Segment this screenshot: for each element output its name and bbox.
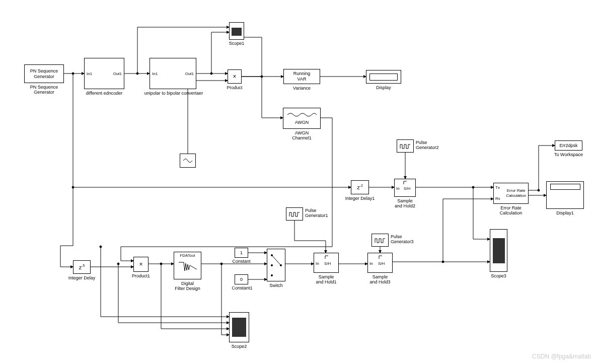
svg-point-10 (100, 246, 102, 248)
pn-sequence-generator-block[interactable]: PN Sequence Generator (24, 64, 64, 83)
display1-block[interactable] (546, 181, 584, 209)
pn-seq-label: PN Sequence Generator (24, 85, 64, 95)
sine-source-block[interactable] (180, 154, 196, 168)
svg-point-9 (220, 263, 222, 265)
z-symbol: z-2 (357, 184, 363, 191)
sh-sh: S/H (324, 261, 331, 266)
product1-block[interactable]: × (133, 257, 148, 272)
const2-val: 0 (240, 277, 243, 282)
tx-port: Tx (495, 185, 500, 190)
sample-hold1-block[interactable]: In S/H (314, 253, 339, 273)
port-out: Out1 (113, 71, 122, 77)
svg-point-11 (538, 189, 540, 191)
pulse-generator2-block[interactable] (397, 139, 414, 153)
pulse2-label: Pulse Generator2 (416, 140, 446, 150)
error-rate-calc-block[interactable]: Tx Rx Error Rate Calculation (493, 183, 529, 204)
display-field (369, 74, 398, 81)
running-var-block[interactable]: Running VAR (283, 69, 320, 84)
errcalc-label: Error Rate Calculation (491, 205, 531, 215)
const1-label: Constant (230, 259, 253, 264)
display-block[interactable] (366, 70, 401, 84)
running-var-label: Variance (283, 86, 320, 91)
diff-enc-label: different edncoder (74, 91, 134, 96)
port-in: In1 (87, 71, 92, 77)
switch-icon (269, 251, 284, 279)
awgn-block[interactable]: AWGN (283, 108, 321, 129)
product-label: Product (222, 85, 247, 90)
sh3-label: Sample and Hold3 (362, 274, 398, 284)
display-label: Display (366, 85, 401, 90)
integer-delay-label: Integer Delay (63, 275, 101, 280)
rx-port: Rx (495, 196, 500, 201)
port-out: Out1 (185, 71, 194, 77)
pulse-icon (374, 237, 386, 244)
pulse-generator3-block[interactable] (371, 234, 389, 247)
watermark: CSDN @fpga&matlab (532, 353, 591, 360)
edge-icon (324, 255, 329, 260)
z-exp: -5 (82, 264, 85, 267)
constant0-block[interactable]: 0 (235, 274, 248, 284)
fdatool-text: FDATool (180, 253, 195, 258)
pn-seq-text: PN Sequence Generator (30, 68, 58, 80)
pulse-icon (288, 210, 301, 217)
const2-label: Constant1 (230, 285, 255, 290)
scope1-label: Scope1 (224, 41, 249, 46)
switch-block[interactable] (267, 249, 285, 281)
sh-in: In (369, 261, 373, 266)
scope3-block[interactable] (490, 229, 507, 272)
scope3-label: Scope3 (485, 273, 512, 278)
product1-label: Product1 (128, 273, 154, 278)
integer-delay-block[interactable]: z-5 (73, 260, 91, 274)
errcalc-text: Error Rate Calculation (506, 188, 526, 198)
svg-point-0 (72, 72, 74, 75)
product-block[interactable]: × (228, 69, 242, 84)
constant1-block[interactable]: 1 (235, 248, 248, 258)
pulse-icon (399, 142, 411, 150)
sh-sh: S/H (404, 186, 410, 191)
display1-field (550, 184, 580, 190)
unibip-label: unipolar to bipolar convertaer (136, 91, 211, 96)
edge-icon (378, 255, 383, 260)
sh-in: In (316, 261, 319, 266)
svg-point-1 (136, 72, 138, 75)
scope-screen-icon (232, 318, 246, 337)
pulse1-label: Pulse Generator1 (305, 208, 335, 218)
svg-point-15 (280, 264, 282, 266)
unipolar-bipolar-block[interactable]: In1 Out1 (150, 58, 196, 89)
filter-response-icon (178, 258, 198, 273)
z-exp: -2 (360, 184, 363, 187)
edge-icon (403, 180, 408, 185)
svg-point-14 (271, 274, 273, 276)
port-in: In1 (152, 71, 158, 77)
svg-point-13 (271, 264, 273, 266)
product1-symbol: × (139, 261, 142, 268)
sh1-label: Sample and Hold1 (309, 274, 344, 284)
scope-screen-icon (232, 28, 242, 36)
scope2-block[interactable] (229, 312, 249, 342)
scope1-block[interactable] (229, 22, 244, 40)
svg-point-8 (160, 263, 162, 265)
sample-hold3-block[interactable]: In S/H (367, 253, 393, 273)
pulse-generator1-block[interactable] (286, 207, 303, 221)
product-symbol: × (233, 73, 236, 80)
to-workspace-block[interactable]: Err2dpsk (555, 140, 582, 151)
svg-point-5 (472, 186, 474, 188)
pulse3-label: Pulse Generator3 (391, 234, 421, 244)
awgn-waveform-icon (287, 112, 317, 118)
svg-point-3 (261, 76, 263, 78)
integer-delay1-label: Integer Delay1 (341, 196, 379, 201)
running-var-text: Running VAR (293, 71, 311, 82)
svg-point-2 (210, 72, 212, 75)
fdatool-label: Digital Filter Design (169, 281, 206, 291)
sample-hold2-block[interactable]: In S/H (394, 179, 416, 197)
scope-screen-icon (493, 238, 505, 263)
display1-label: Display1 (546, 210, 584, 215)
awgn-label: AWGN Channel1 (283, 130, 321, 140)
svg-point-7 (117, 263, 119, 265)
sh-in: In (396, 186, 400, 191)
integer-delay1-block[interactable]: z-2 (351, 180, 369, 194)
fdatool-block[interactable]: FDATool (174, 252, 201, 279)
svg-point-6 (442, 261, 444, 263)
sh2-label: Sample and Hold2 (389, 198, 421, 208)
different-encoder-block[interactable]: In1 Out1 (84, 58, 124, 89)
